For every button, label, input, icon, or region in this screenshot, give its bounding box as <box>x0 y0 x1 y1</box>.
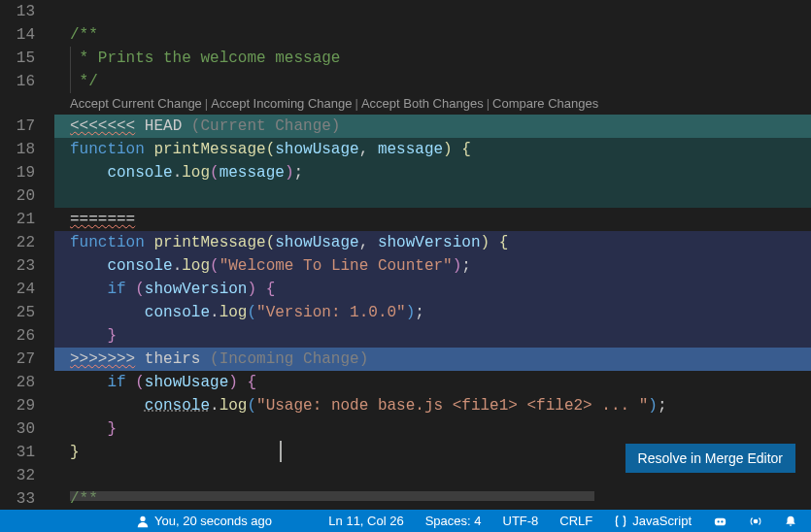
line-number: 25 <box>0 301 54 324</box>
conflict-incoming-body: console.log("Version: 1.0.0"); <box>54 301 811 324</box>
line-number: 21 <box>0 208 54 231</box>
line-number: 20 <box>0 184 54 208</box>
code-line: console.log("Usage: node base.js <file1>… <box>54 394 811 417</box>
conflict-separator: ======= <box>54 208 811 231</box>
line-number: 15 <box>0 47 54 70</box>
accept-current-link[interactable]: Accept Current Change <box>70 96 202 111</box>
line-number: 17 <box>0 115 54 138</box>
conflict-incoming-body: if (showVersion) { <box>54 278 811 301</box>
svg-point-3 <box>721 520 723 522</box>
line-number: 22 <box>0 231 54 254</box>
statusbar-cursor-position[interactable]: Ln 11, Col 26 <box>324 510 407 532</box>
copilot-icon <box>713 514 727 528</box>
statusbar-feedback[interactable] <box>745 510 766 532</box>
statusbar-eol[interactable]: CRLF <box>556 510 596 532</box>
svg-point-2 <box>718 520 720 522</box>
text-cursor <box>280 441 282 462</box>
line-number: 14 <box>0 23 54 47</box>
statusbar-encoding[interactable]: UTF-8 <box>499 510 543 532</box>
status-bar: You, 20 seconds ago Ln 11, Col 26 Spaces… <box>0 510 811 532</box>
braces-icon <box>614 515 627 528</box>
conflict-incoming-body: function printMessage(showUsage, showVer… <box>54 231 811 254</box>
conflict-current-body: console.log(message); <box>54 161 811 184</box>
horizontal-scrollbar[interactable] <box>70 491 594 501</box>
bell-icon <box>784 515 797 528</box>
line-number: 31 <box>0 441 54 464</box>
statusbar-notifications[interactable] <box>780 510 801 532</box>
line-number: 23 <box>0 254 54 278</box>
line-number: 30 <box>0 417 54 441</box>
line-number: 27 <box>0 348 54 371</box>
merge-codelens: Accept Current Change|Accept Incoming Ch… <box>0 93 811 115</box>
statusbar-blame-text: You, 20 seconds ago <box>154 514 272 528</box>
line-number: 18 <box>0 138 54 161</box>
person-icon <box>136 515 150 528</box>
accept-incoming-link[interactable]: Accept Incoming Change <box>211 96 352 111</box>
line-number: 28 <box>0 371 54 394</box>
conflict-incoming-header: >>>>>>> theirs (Incoming Change) <box>54 348 811 371</box>
code-editor[interactable]: 13 14/** 15 * Prints the welcome message… <box>0 0 811 510</box>
statusbar-copilot[interactable] <box>709 510 731 532</box>
statusbar-blame[interactable]: You, 20 seconds ago <box>132 510 276 532</box>
conflict-current-body: function printMessage(showUsage, message… <box>54 138 811 161</box>
svg-rect-1 <box>715 518 726 526</box>
resolve-merge-editor-button[interactable]: Resolve in Merge Editor <box>625 444 795 473</box>
line-number: 16 <box>0 70 54 93</box>
broadcast-icon <box>749 515 762 528</box>
code-line: } <box>54 417 811 441</box>
comment-text: * Prints the welcome message <box>70 50 340 67</box>
code-line: if (showUsage) { <box>54 371 811 394</box>
line-number: 13 <box>0 0 54 23</box>
line-number: 29 <box>0 394 54 417</box>
statusbar-language[interactable]: JavaScript <box>610 510 695 532</box>
line-number: 32 <box>0 464 54 487</box>
compare-changes-link[interactable]: Compare Changes <box>492 96 598 111</box>
svg-point-0 <box>140 515 145 520</box>
line-number: 26 <box>0 324 54 348</box>
conflict-incoming-body: } <box>54 324 811 348</box>
conflict-incoming-body: console.log("Welcome To Line Counter"); <box>54 254 811 278</box>
line-number: 33 <box>0 487 54 510</box>
svg-point-4 <box>754 519 758 523</box>
comment-text: /** <box>70 26 98 44</box>
statusbar-indent[interactable]: Spaces: 4 <box>422 510 486 532</box>
line-number: 24 <box>0 278 54 301</box>
line-number: 19 <box>0 161 54 184</box>
accept-both-link[interactable]: Accept Both Changes <box>361 96 484 111</box>
conflict-current-header: <<<<<<< HEAD (Current Change) <box>54 115 811 138</box>
conflict-current-body <box>54 184 811 208</box>
comment-text: */ <box>70 73 98 90</box>
